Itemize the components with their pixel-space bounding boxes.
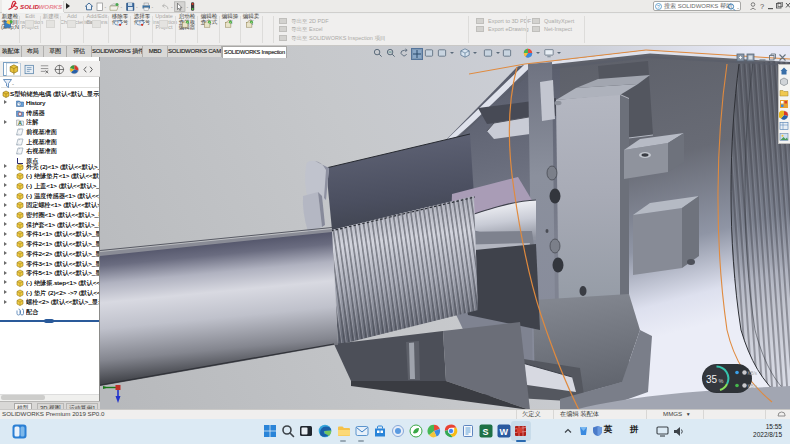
svg-text:KB/s: KB/s: [748, 384, 758, 389]
svg-text:S: S: [483, 427, 489, 437]
svg-text:?: ?: [657, 4, 660, 10]
svg-text:?: ?: [760, 2, 764, 11]
svg-text:-: -: [187, 4, 189, 10]
svg-text:W: W: [500, 427, 509, 437]
svg-text:-: -: [12, 81, 14, 87]
svg-text:-: -: [152, 4, 154, 10]
svg-text:%: %: [719, 378, 724, 384]
svg-text:-: -: [121, 4, 123, 10]
svg-text:WORKS: WORKS: [39, 3, 64, 10]
svg-text:SOLID: SOLID: [20, 3, 39, 10]
svg-text:-: -: [737, 4, 739, 10]
svg-text:?: ?: [138, 21, 140, 25]
svg-text:A: A: [18, 120, 22, 126]
svg-text:KB/s: KB/s: [748, 371, 758, 376]
svg-text:35: 35: [706, 374, 718, 385]
svg-text:-: -: [105, 4, 107, 10]
svg-text:-: -: [136, 4, 138, 10]
svg-text:-: -: [171, 4, 173, 10]
svg-text:?: ?: [116, 21, 118, 25]
